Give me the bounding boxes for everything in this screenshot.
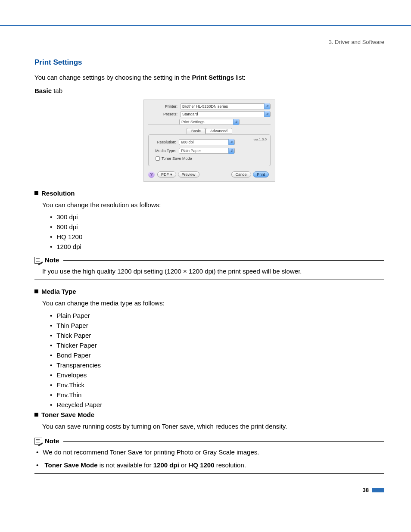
note-list-item: We do not recommend Toner Save for print… [36,447,384,457]
toner-save-checkbox[interactable] [156,156,160,161]
note2-t3: resolution. [215,461,246,469]
cancel-button[interactable]: Cancel [231,171,251,177]
intro-pre: You can change settings by choosing the … [34,74,192,81]
printer-select[interactable]: Brother HL-5250DN series ⇵ [180,103,271,109]
note-label: Note [45,256,59,264]
print-button[interactable]: Print [253,171,269,177]
basic-tab-bold: Basic [34,87,52,94]
dialog-version: ver.1.0.0 [253,137,267,141]
note2-t1: is not available for [98,461,153,469]
list-item: Env.Thick [50,381,384,389]
note-label: Note [45,437,59,445]
mediatype-options: Plain Paper Thin Paper Thick Paper Thick… [50,312,384,408]
list-item: Recycled Paper [50,401,384,408]
panel-section-value: Print Settings [181,119,205,124]
list-item: Thick Paper [50,332,384,339]
square-bullet-icon [34,191,38,195]
resolution-value: 600 dpi [181,140,194,145]
presets-label: Presets: [148,112,180,116]
list-item: Env.Thin [50,391,384,398]
square-bullet-icon [34,413,38,417]
resolution-desc: You can change the resolution as follows… [42,200,384,210]
note-rule [63,260,384,261]
mediatype-desc: You can change the media type as follows… [42,299,384,308]
list-item: HQ 1200 [50,233,384,240]
note-list-item: Toner Save Mode is not available for 120… [36,460,384,470]
page-number: 38 [34,487,384,493]
note-icon [34,438,42,445]
printer-label: Printer: [148,104,180,109]
page-number-value: 38 [363,487,369,493]
note-icon [34,257,42,264]
mediatype-heading: Media Type [34,288,384,295]
dropdown-arrows-icon: ⇵ [228,148,234,154]
note2-b3: HQ 1200 [189,461,215,469]
list-item: Envelopes [50,371,384,379]
presets-select[interactable]: Standard ⇵ [180,111,271,117]
dropdown-arrows-icon: ⇵ [233,119,239,125]
note-body: If you use the high quality 1200 dpi set… [42,266,384,276]
note-footer-rule [34,473,384,474]
resolution-options: 300 dpi 600 dpi HQ 1200 1200 dpi [50,213,384,250]
list-item: Thicker Paper [50,342,384,349]
square-bullet-icon [34,289,38,293]
mediatype-label: Media Type: [153,149,179,153]
preview-button[interactable]: Preview [178,171,199,177]
breadcrumb: 3. Driver and Software [34,39,384,45]
section-title: Print Settings [34,58,384,67]
note2-t2: or [179,461,189,469]
pdf-button[interactable]: PDF ▾ [157,171,176,177]
list-item: 600 dpi [50,223,384,230]
basic-tab-line: Basic tab [34,87,384,94]
note2-b1: Toner Save Mode [44,461,97,469]
mediatype-value: Plain Paper [181,148,201,153]
intro-bold: Print Settings [192,74,234,81]
resolution-select[interactable]: 600 dpi ⇵ [179,139,235,145]
resolution-heading: Resolution [34,190,384,197]
toner-heading-text: Toner Save Mode [41,411,94,418]
tab-advanced[interactable]: Advanced [206,128,232,134]
note2-b2: 1200 dpi [153,461,179,469]
mediatype-select[interactable]: Plain Paper ⇵ [179,148,235,154]
intro-text: You can change settings by choosing the … [34,73,384,83]
toner-heading: Toner Save Mode [34,411,384,418]
dialog-screenshot: Printer: Brother HL-5250DN series ⇵ Pres… [34,100,384,182]
toner-desc: You can save running costs by turning on… [42,422,384,432]
resolution-heading-text: Resolution [41,190,75,197]
list-item: Bond Paper [50,352,384,359]
presets-value: Standard [182,112,198,117]
resolution-label: Resolution: [153,140,179,144]
mediatype-heading-text: Media Type [41,288,76,295]
dropdown-arrows-icon: ⇵ [228,139,234,145]
list-item: Thin Paper [50,322,384,329]
note-footer-rule [34,280,384,280]
list-item: Plain Paper [50,312,384,319]
basic-tab-post: tab [52,87,62,94]
page-number-bar-icon [372,488,384,492]
note-rule [63,441,384,442]
list-item: 1200 dpi [50,243,384,250]
dropdown-arrows-icon: ⇵ [264,111,270,117]
toner-save-label: Toner Save Mode [162,156,192,161]
intro-post: list: [234,74,246,81]
panel-section-select[interactable]: Print Settings ⇵ [179,119,240,125]
help-button[interactable]: ? [148,171,155,178]
list-item: 300 dpi [50,213,384,221]
dropdown-arrows-icon: ⇵ [264,103,270,109]
printer-value: Brother HL-5250DN series [182,104,228,109]
list-item: Transparencies [50,361,384,369]
tab-basic[interactable]: Basic [187,128,206,134]
